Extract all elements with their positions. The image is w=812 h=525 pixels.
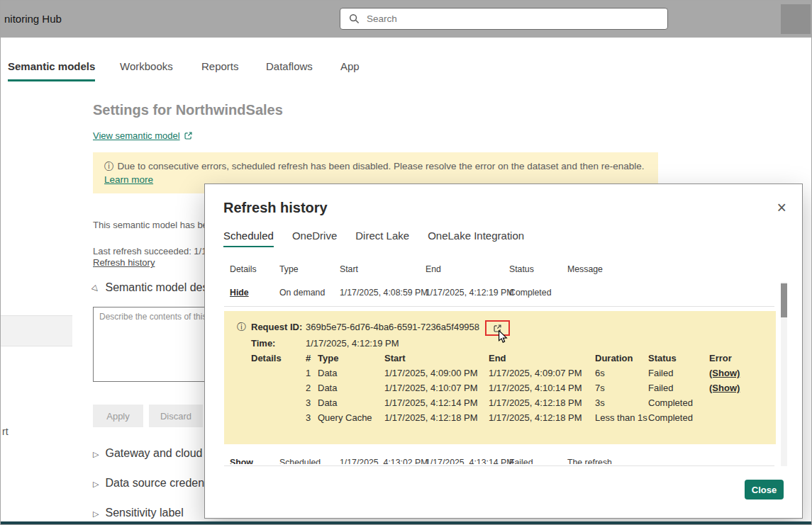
detail-row: 3 Query Cache 1/17/2025, 4:12:18 PM 1/17… <box>237 410 776 425</box>
cell-type: On demand <box>279 288 340 298</box>
page-title: Settings for NorthwindSales <box>93 102 283 118</box>
search-icon <box>349 13 360 24</box>
discard-button[interactable]: Discard <box>149 405 203 427</box>
info-icon: ⓘ <box>237 320 251 334</box>
model-status-text: This semantic model has be <box>93 220 208 230</box>
cell-start: 1/17/2025, 4:08:59 PM <box>340 288 426 298</box>
show-error-link[interactable]: (Show) <box>709 366 776 380</box>
info-icon: ⓘ <box>104 161 114 171</box>
section-sensitivity-label[interactable]: ▷Sensitivity label <box>93 507 184 519</box>
cell-end: 1/17/2025, 4:12:19 PM <box>426 288 509 298</box>
detail-row: 3 Data 1/17/2025, 4:12:14 PM 1/17/2025, … <box>237 395 776 410</box>
col-start: Start <box>340 264 426 274</box>
detail-table-header: Details # Type Start End Duration Status… <box>237 351 776 366</box>
hide-details-link[interactable]: Hide <box>230 288 279 298</box>
clipped-history-row: Show Scheduled 1/17/2025, 4:13:02 PM 1/1… <box>230 458 770 464</box>
cell-status: Completed <box>509 288 567 298</box>
chevron-expanded-icon: ▷ <box>91 283 101 294</box>
table-bottom-separator <box>224 465 774 466</box>
tab-workbooks[interactable]: Workbooks <box>120 60 173 72</box>
show-error-link[interactable]: (Show) <box>709 380 776 395</box>
tab-scheduled[interactable]: Scheduled <box>223 230 274 247</box>
detail-row: 1 Data 1/17/2025, 4:09:00 PM 1/17/2025, … <box>237 366 776 380</box>
time-value: 1/17/2025, 4:12:19 PM <box>306 336 776 351</box>
detail-row: 2 Data 1/17/2025, 4:10:07 PM 1/17/2025, … <box>237 380 776 395</box>
tab-reports[interactable]: Reports <box>201 60 239 72</box>
search-input[interactable] <box>365 13 667 25</box>
refresh-history-link[interactable]: Refresh history <box>93 257 155 268</box>
history-table-header: Details Type Start End Status Message <box>230 264 770 274</box>
dialog-title: Refresh history <box>223 200 328 216</box>
refresh-detail-panel: ⓘ Request ID: 369b5e75-6d76-4ba6-6591-72… <box>224 311 776 444</box>
col-end: End <box>426 264 509 274</box>
warning-text: Due to consecutive errors, scheduled ref… <box>118 161 645 171</box>
sidebar-clipped-text: rt <box>2 426 9 437</box>
tab-onedrive[interactable]: OneDrive <box>292 230 337 247</box>
history-row: Hide On demand 1/17/2025, 4:08:59 PM 1/1… <box>230 288 770 298</box>
chevron-collapsed-icon: ▷ <box>93 509 99 519</box>
app-window: nitoring Hub Semantic models Workbooks R… <box>0 0 812 525</box>
view-semantic-model-link[interactable]: View semantic model <box>93 130 193 141</box>
close-icon[interactable]: × <box>777 200 786 216</box>
col-details: Details <box>230 264 279 274</box>
chevron-collapsed-icon: ▷ <box>93 480 99 489</box>
col-message: Message <box>567 264 770 274</box>
row-separator <box>224 306 774 307</box>
refresh-history-dialog: Refresh history × Scheduled OneDrive Dir… <box>204 184 803 519</box>
section-semantic-model-description[interactable]: ▷Semantic model des <box>93 281 208 294</box>
tab-direct-lake[interactable]: Direct Lake <box>355 230 409 247</box>
close-button[interactable]: Close <box>745 480 784 499</box>
col-type: Type <box>279 264 340 274</box>
external-link-icon <box>184 131 193 140</box>
window-bottom-edge <box>1 521 811 524</box>
tab-app[interactable]: App <box>340 60 360 72</box>
sidebar-selected-item[interactable] <box>1 315 72 346</box>
topbar: nitoring Hub <box>1 1 811 38</box>
details-label: Details <box>251 351 306 366</box>
app-title: nitoring Hub <box>4 13 62 25</box>
section-data-source-credentials[interactable]: ▷Data source credent <box>93 477 208 490</box>
request-id-label: Request ID: <box>251 320 306 334</box>
time-label: Time: <box>251 336 306 351</box>
learn-more-link[interactable]: Learn more <box>104 174 153 185</box>
active-tab-indicator <box>8 79 95 81</box>
tab-semantic-models[interactable]: Semantic models <box>8 60 95 72</box>
col-status: Status <box>509 264 567 274</box>
tab-onelake-integration[interactable]: OneLake Integration <box>428 230 524 247</box>
scrollbar-thumb[interactable] <box>781 283 787 317</box>
dialog-tabs: Scheduled OneDrive Direct Lake OneLake I… <box>223 230 524 247</box>
search-box[interactable] <box>340 8 668 30</box>
tab-dataflows[interactable]: Dataflows <box>266 60 313 72</box>
topbar-right-tile[interactable] <box>781 4 811 34</box>
mouse-cursor <box>498 330 508 344</box>
chevron-collapsed-icon: ▷ <box>93 450 99 459</box>
apply-button[interactable]: Apply <box>93 405 143 427</box>
section-gateway[interactable]: ▷Gateway and cloud c <box>93 447 211 460</box>
last-refresh-text: Last refresh succeeded: 1/17 <box>93 246 212 256</box>
scrollbar-track[interactable] <box>781 282 787 466</box>
request-id-value: 369b5e75-6d76-4ba6-6591-7236a5f49958 <box>306 320 776 336</box>
